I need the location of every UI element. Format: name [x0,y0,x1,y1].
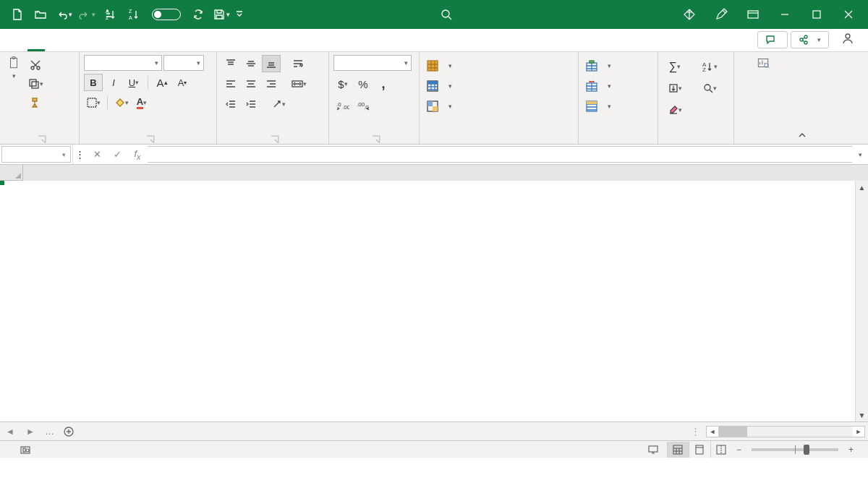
delete-cells-button[interactable]: ▾ [583,78,614,94]
insert-function-icon[interactable]: fx [127,148,148,161]
sort-asc-icon[interactable]: AZ [98,3,122,26]
account-icon[interactable] [838,28,858,48]
sheet-nav-prev-icon[interactable]: ◄ [0,427,20,437]
scroll-left-icon[interactable]: ◄ [707,427,718,437]
font-color-icon[interactable]: A▾ [132,94,151,111]
fill-icon[interactable]: ▾ [663,80,687,97]
view-page-layout-icon[interactable] [689,442,710,458]
enter-formula-icon[interactable]: ✓ [107,149,127,160]
paste-button[interactable]: ▾ [4,55,23,81]
font-dialog-launcher-icon[interactable] [146,135,155,144]
clear-icon[interactable]: ▾ [663,101,687,119]
select-all-corner[interactable] [0,165,23,181]
tab-help[interactable] [184,42,201,51]
tab-review[interactable] [132,42,149,51]
name-box[interactable]: ▾ [1,146,71,163]
decrease-decimal-icon[interactable]: .00.0 [354,97,373,114]
view-page-break-icon[interactable] [710,442,732,458]
increase-indent-icon[interactable] [242,95,260,113]
orientation-icon[interactable]: ▾ [269,95,288,113]
increase-decimal-icon[interactable]: .0.00 [333,97,352,114]
bold-button[interactable]: B [84,74,103,91]
macro-record-icon[interactable] [14,441,36,458]
insert-cells-button[interactable]: ▾ [583,58,614,74]
display-settings-button[interactable] [642,441,667,458]
wrap-text-icon[interactable] [289,55,308,72]
zoom-in-icon[interactable]: + [844,445,858,455]
tab-view[interactable] [149,42,166,51]
font-size-combo[interactable]: ▾ [163,55,204,71]
collapse-ribbon-icon[interactable] [792,127,812,144]
sheet-tab-overflow[interactable]: … [41,426,59,437]
conditional-formatting-button[interactable]: ▾ [424,58,455,74]
number-dialog-launcher-icon[interactable] [372,135,380,144]
autosave-toggle[interactable] [152,9,181,20]
italic-button[interactable]: I [104,74,123,91]
align-center-icon[interactable] [242,75,260,93]
autosum-icon[interactable]: ∑▾ [663,58,687,75]
comments-button[interactable] [757,31,788,48]
new-file-icon[interactable] [6,3,29,26]
close-icon[interactable] [835,1,862,28]
sheet-nav-next-icon[interactable]: ► [20,427,41,437]
tab-developer[interactable] [166,42,184,51]
tab-home[interactable] [27,42,45,51]
maximize-icon[interactable] [803,1,830,28]
ribbon-mode-icon[interactable] [739,1,767,28]
expand-formula-bar-icon[interactable]: ▾ [852,145,868,164]
cell-styles-button[interactable]: ▾ [424,98,455,114]
underline-button[interactable]: U▾ [124,74,143,91]
zoom-slider[interactable] [752,448,838,451]
scroll-down-icon[interactable]: ▼ [856,408,868,421]
align-bottom-icon[interactable] [262,55,281,72]
format-cells-button[interactable]: ▾ [583,98,614,114]
vertical-scrollbar[interactable]: ▲ ▼ [855,181,868,421]
sort-filter-icon[interactable]: AZ▾ [697,58,722,75]
new-sheet-icon[interactable] [59,427,79,437]
tab-formulas[interactable] [97,42,114,51]
align-top-icon[interactable] [221,55,240,72]
view-normal-icon[interactable] [667,442,689,458]
sync-icon[interactable] [187,3,210,26]
tab-page-layout[interactable] [80,42,97,51]
accounting-format-icon[interactable]: $▾ [333,75,352,93]
format-as-table-button[interactable]: ▾ [424,78,455,94]
format-painter-icon[interactable] [26,94,45,111]
comma-format-icon[interactable]: , [374,75,393,93]
font-name-combo[interactable]: ▾ [84,55,162,71]
minimize-icon[interactable] [771,1,799,28]
align-right-icon[interactable] [262,75,281,93]
tab-insert[interactable] [45,42,62,51]
sort-desc-icon[interactable]: ZA [122,3,145,26]
decrease-font-icon[interactable]: A▾ [173,74,192,91]
increase-font-icon[interactable]: A▴ [153,74,171,91]
scroll-right-icon[interactable]: ► [853,427,864,437]
fill-handle[interactable] [0,181,4,185]
align-left-icon[interactable] [221,75,240,93]
alignment-dialog-launcher-icon[interactable] [271,135,279,144]
formula-input[interactable] [148,146,852,163]
cancel-formula-icon[interactable]: ✕ [87,149,107,160]
search-icon[interactable] [438,7,454,22]
scroll-up-icon[interactable]: ▲ [856,181,868,194]
align-middle-icon[interactable] [242,55,260,72]
clipboard-dialog-launcher-icon[interactable] [38,135,46,144]
qat-customize-icon[interactable] [233,3,246,26]
save-icon[interactable]: ▾ [210,3,233,26]
fill-color-icon[interactable]: ▾ [112,94,131,111]
borders-icon[interactable]: ▾ [84,94,103,111]
undo-icon[interactable]: ▾ [52,3,75,26]
merge-center-icon[interactable]: ▾ [289,75,308,93]
tab-data[interactable] [114,42,132,51]
tab-draw[interactable] [62,42,80,51]
horizontal-scrollbar[interactable]: ◄ ► [706,426,865,437]
cut-icon[interactable] [26,56,45,74]
analyze-data-button[interactable] [754,55,773,74]
zoom-out-icon[interactable]: − [732,445,746,455]
share-button[interactable]: ▾ [791,31,829,48]
diamond-icon[interactable] [676,1,703,28]
percent-format-icon[interactable]: % [354,75,373,93]
tab-file[interactable] [10,42,27,51]
pen-icon[interactable] [707,1,735,28]
copy-icon[interactable]: ▾ [26,75,45,93]
